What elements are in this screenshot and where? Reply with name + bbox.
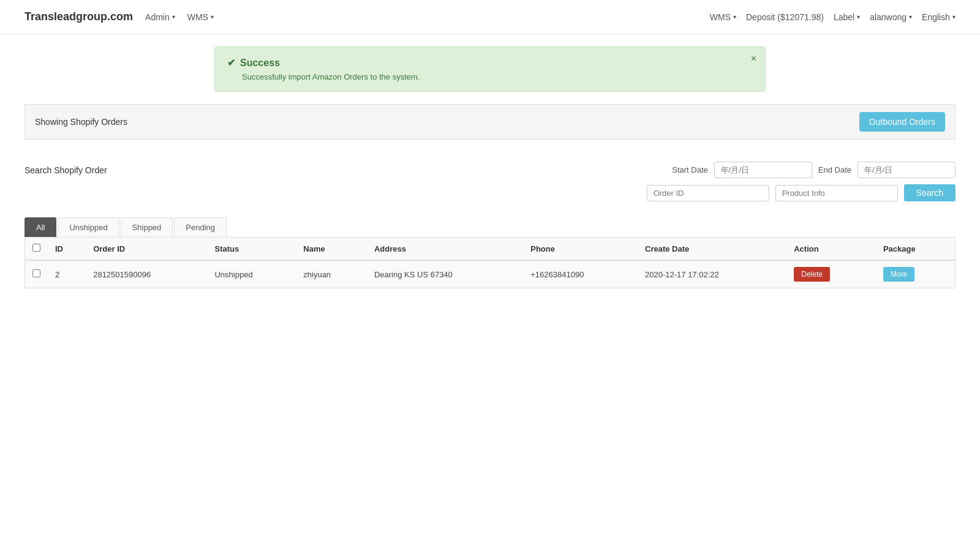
delete-button[interactable]: Delete: [794, 267, 830, 282]
wms-left-dropdown-icon: ▾: [211, 13, 214, 20]
row-phone: +16263841090: [523, 260, 638, 288]
col-checkbox: [25, 238, 48, 260]
alert-container: ✔ Success Successfully import Amazon Ord…: [0, 34, 980, 104]
col-create-date: Create Date: [638, 238, 786, 260]
user-dropdown-icon: ▾: [909, 13, 912, 20]
select-all-checkbox[interactable]: [32, 244, 40, 252]
orders-title: Showing Shopify Orders: [35, 117, 127, 127]
col-package: Package: [876, 238, 955, 260]
more-button[interactable]: More: [883, 267, 914, 282]
date-row: Start Date End Date: [119, 162, 956, 178]
row-status: Unshipped: [207, 260, 296, 288]
orders-table: ID Order ID Status Name Address Phone Cr…: [25, 238, 955, 288]
row-package: More: [876, 260, 955, 288]
col-id: ID: [48, 238, 86, 260]
label-dropdown-icon: ▾: [857, 13, 860, 20]
col-order-id: Order ID: [86, 238, 207, 260]
col-status: Status: [207, 238, 296, 260]
row-order-id: 2812501590096: [86, 260, 207, 288]
wms-right-dropdown-icon: ▾: [733, 13, 736, 20]
col-address: Address: [367, 238, 523, 260]
start-date-input[interactable]: [714, 162, 812, 178]
search-controls: Start Date End Date Search: [119, 162, 956, 201]
nav-label[interactable]: Label ▾: [834, 12, 860, 22]
page-section: Showing Shopify Orders Outbound Orders S…: [0, 104, 980, 288]
row-address: Dearing KS US 67340: [367, 260, 523, 288]
nav-admin[interactable]: Admin ▾: [145, 12, 175, 22]
row-id: 2: [48, 260, 86, 288]
tab-all[interactable]: All: [24, 217, 56, 237]
table-header-row: ID Order ID Status Name Address Phone Cr…: [25, 238, 955, 260]
col-phone: Phone: [523, 238, 638, 260]
row-checkbox-cell: [25, 260, 48, 288]
navbar: Transleadgroup.com Admin ▾ WMS ▾ WMS ▾ D…: [0, 0, 980, 34]
end-date-label: End Date: [818, 165, 851, 174]
tab-pending[interactable]: Pending: [174, 217, 227, 237]
navbar-left: Transleadgroup.com Admin ▾ WMS ▾: [24, 10, 214, 23]
navbar-right: WMS ▾ Deposit ($12071.98) Label ▾ alanwo…: [710, 12, 956, 22]
row-create-date: 2020-12-17 17:02:22: [638, 260, 786, 288]
check-icon: ✔: [227, 57, 235, 69]
nav-wms-right[interactable]: WMS ▾: [710, 12, 736, 22]
alert-close-button[interactable]: ×: [751, 53, 756, 64]
navbar-brand: Transleadgroup.com: [24, 10, 133, 23]
row-name: zhiyuan: [296, 260, 367, 288]
alert-success: ✔ Success Successfully import Amazon Ord…: [214, 47, 766, 92]
nav-wms-left[interactable]: WMS ▾: [187, 12, 214, 22]
language-dropdown-icon: ▾: [952, 13, 956, 20]
start-date-label: Start Date: [672, 165, 708, 174]
tab-shipped[interactable]: Shipped: [121, 217, 173, 237]
row-action: Delete: [786, 260, 876, 288]
filter-row: Search: [119, 184, 956, 201]
order-id-input[interactable]: [647, 185, 769, 201]
nav-user[interactable]: alanwong ▾: [870, 12, 912, 22]
outbound-orders-button[interactable]: Outbound Orders: [859, 112, 945, 132]
nav-deposit[interactable]: Deposit ($12071.98): [746, 12, 824, 22]
search-form: Search Shopify Order Start Date End Date…: [24, 152, 956, 211]
table-row: 2 2812501590096 Unshipped zhiyuan Dearin…: [25, 260, 955, 288]
row-checkbox[interactable]: [32, 269, 40, 277]
tabs: All Unshipped Shipped Pending: [24, 217, 956, 238]
search-button[interactable]: Search: [904, 184, 956, 201]
nav-language[interactable]: English ▾: [922, 12, 956, 22]
tab-unshipped[interactable]: Unshipped: [58, 217, 119, 237]
admin-dropdown-icon: ▾: [172, 13, 175, 20]
alert-message: Successfully import Amazon Orders to the…: [242, 72, 753, 81]
col-action: Action: [786, 238, 876, 260]
col-name: Name: [296, 238, 367, 260]
table-container: ID Order ID Status Name Address Phone Cr…: [24, 238, 956, 288]
search-label: Search Shopify Order: [24, 162, 107, 175]
orders-header: Showing Shopify Orders Outbound Orders: [24, 104, 956, 140]
alert-title: ✔ Success: [227, 57, 753, 69]
product-info-input[interactable]: [775, 185, 898, 201]
end-date-input[interactable]: [858, 162, 956, 178]
